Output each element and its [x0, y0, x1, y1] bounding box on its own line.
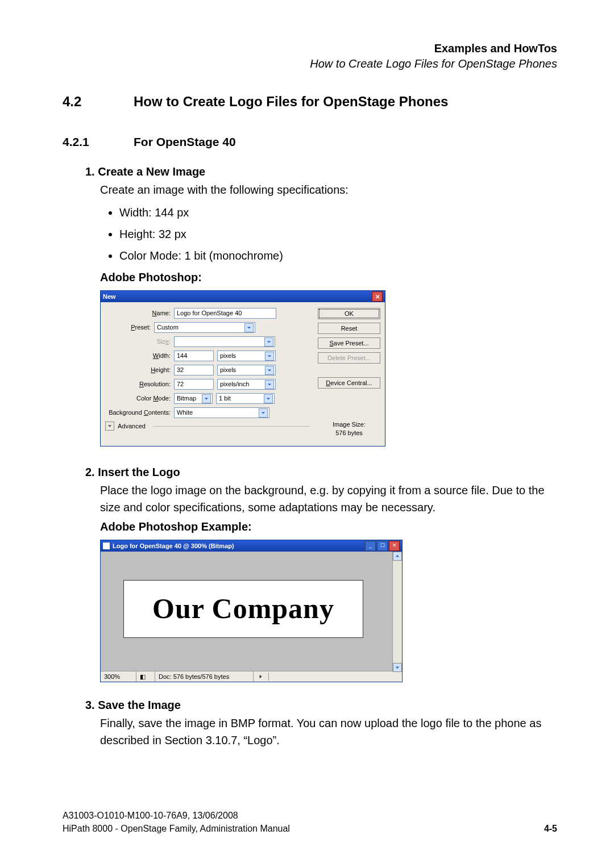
chevron-down-icon — [105, 422, 114, 431]
body-content: 1. Create a New Image Create an image wi… — [85, 163, 557, 749]
height-label: Height: — [105, 365, 171, 375]
section-heading: 4.2 How to Create Logo Files for OpenSta… — [63, 94, 557, 110]
canvas-title: Logo for OpenStage 40 @ 300% (Bitmap) — [113, 541, 234, 551]
ok-button[interactable]: OK — [318, 308, 380, 319]
step-2-heading: 2. Insert the Logo — [85, 464, 557, 481]
image-size-value: 576 bytes — [318, 429, 380, 437]
height-unit-select[interactable]: pixels — [217, 365, 276, 375]
dialog-close-button[interactable]: ✕ — [372, 291, 383, 302]
photoshop-canvas-window: Logo for OpenStage 40 @ 300% (Bitmap) _ … — [100, 540, 403, 682]
chevron-down-icon — [202, 394, 211, 403]
status-menu-button[interactable] — [254, 673, 269, 681]
advanced-toggle[interactable]: Advanced — [105, 422, 310, 431]
dialog-title: New — [103, 292, 116, 302]
step-2-title: Insert the Logo — [98, 466, 180, 478]
chevron-down-icon — [264, 394, 273, 403]
spec-list: Width: 144 px Height: 32 px Color Mode: … — [119, 204, 557, 264]
size-select — [174, 336, 275, 347]
app-label-2: Adobe Photoshop Example: — [100, 518, 557, 535]
canvas-text: Our Company — [152, 587, 334, 630]
status-icon[interactable]: ◧ — [136, 671, 155, 682]
chevron-down-icon — [264, 337, 273, 347]
chevron-down-icon — [265, 380, 274, 389]
footer-line-1: A31003-O1010-M100-10-76A9, 13/06/2008 — [63, 809, 557, 822]
chevron-down-icon — [244, 323, 254, 332]
height-field[interactable]: 32 — [174, 365, 214, 375]
status-bar: 300% ◧ Doc: 576 bytes/576 bytes — [101, 671, 402, 682]
image-size-info: Image Size: 576 bytes — [318, 420, 380, 438]
image-size-label: Image Size: — [318, 420, 380, 429]
subsection-number: 4.2.1 — [63, 135, 94, 149]
logo-canvas: Our Company — [123, 580, 363, 638]
size-label: Size: — [105, 337, 171, 347]
subsection-heading: 4.2.1 For OpenStage 40 — [63, 135, 557, 149]
close-button[interactable]: ✕ — [389, 541, 400, 551]
name-field[interactable]: Logo for OpenStage 40 — [174, 308, 276, 319]
step-3-text: Finally, save the image in BMP format. Y… — [100, 715, 557, 749]
minimize-button[interactable]: _ — [365, 541, 376, 551]
device-central-button[interactable]: Device Central... — [318, 377, 380, 389]
bg-contents-label: Background Contents: — [105, 408, 171, 418]
spec-item: Color Mode: 1 bit (monochrome) — [119, 247, 557, 264]
resolution-unit-select[interactable]: pixels/inch — [217, 379, 276, 390]
chevron-down-icon — [265, 352, 274, 361]
preset-label: Preset: — [105, 323, 151, 332]
width-field[interactable]: 144 — [174, 350, 214, 361]
zoom-cell[interactable]: 300% — [101, 671, 136, 682]
scroll-down-icon[interactable] — [393, 663, 402, 672]
photoshop-new-dialog: New ✕ Name: Logo for OpenStage 40 Preset… — [100, 290, 385, 446]
divider — [152, 426, 310, 427]
section-title: How to Create Logo Files for OpenStage P… — [134, 94, 448, 110]
header-line-1: Examples and HowTos — [310, 41, 557, 56]
maximize-icon: ☐ — [380, 542, 385, 550]
delete-preset-button: Delete Preset... — [318, 352, 380, 364]
width-unit-select[interactable]: pixels — [217, 350, 276, 361]
dialog-titlebar[interactable]: New ✕ — [101, 291, 385, 302]
reset-button[interactable]: Reset — [318, 323, 380, 334]
app-icon — [103, 542, 110, 549]
section-number: 4.2 — [63, 94, 94, 110]
save-preset-button[interactable]: Save Preset... — [318, 337, 380, 349]
color-mode-select[interactable]: Bitmap — [174, 393, 213, 404]
bg-contents-select[interactable]: White — [174, 407, 269, 418]
preset-select[interactable]: Custom — [154, 322, 255, 333]
color-mode-label: Color Mode: — [105, 394, 171, 403]
page-number: 4-5 — [544, 823, 557, 835]
name-label: Name: — [105, 308, 171, 318]
doc-cell: Doc: 576 bytes/576 bytes — [155, 671, 254, 682]
close-icon: ✕ — [392, 542, 397, 550]
step-3-title: Save the Image — [98, 699, 181, 711]
step-1-text: Create an image with the following speci… — [100, 181, 557, 198]
subsection-title: For OpenStage 40 — [134, 135, 236, 149]
spec-item: Width: 144 px — [119, 204, 557, 221]
resolution-field[interactable]: 72 — [174, 379, 214, 390]
scroll-up-icon[interactable] — [393, 552, 402, 561]
spec-item: Height: 32 px — [119, 226, 557, 243]
chevron-down-icon — [259, 408, 268, 418]
scroll-track[interactable] — [393, 561, 402, 663]
running-header: Examples and HowTos How to Create Logo F… — [310, 41, 557, 72]
header-line-2: How to Create Logo Files for OpenStage P… — [310, 56, 557, 72]
canvas-titlebar[interactable]: Logo for OpenStage 40 @ 300% (Bitmap) _ … — [101, 540, 402, 552]
maximize-button[interactable]: ☐ — [377, 541, 388, 551]
footer-line-2: HiPath 8000 - OpenStage Family, Administ… — [63, 823, 557, 835]
color-depth-select[interactable]: 1 bit — [216, 393, 275, 404]
step-2-text: Place the logo image on the background, … — [100, 482, 557, 516]
step-1-title: Create a New Image — [98, 165, 205, 178]
step-2-number: 2. — [85, 466, 95, 478]
step-1-heading: 1. Create a New Image — [85, 163, 557, 180]
chevron-down-icon — [265, 366, 274, 375]
close-icon: ✕ — [375, 293, 380, 301]
advanced-label: Advanced — [118, 422, 146, 431]
app-label-1: Adobe Photoshop: — [100, 269, 557, 286]
vertical-scrollbar[interactable] — [392, 552, 402, 671]
document-page: Examples and HowTos How to Create Logo F… — [0, 0, 614, 868]
width-label: Width: — [105, 351, 171, 361]
step-3-number: 3. — [85, 699, 95, 711]
step-3-heading: 3. Save the Image — [85, 696, 557, 713]
minimize-icon: _ — [369, 542, 372, 550]
resolution-label: Resolution: — [105, 379, 171, 389]
page-footer: A31003-O1010-M100-10-76A9, 13/06/2008 Hi… — [63, 809, 557, 835]
step-1-number: 1. — [85, 165, 95, 178]
canvas-area[interactable]: Our Company — [101, 552, 392, 671]
